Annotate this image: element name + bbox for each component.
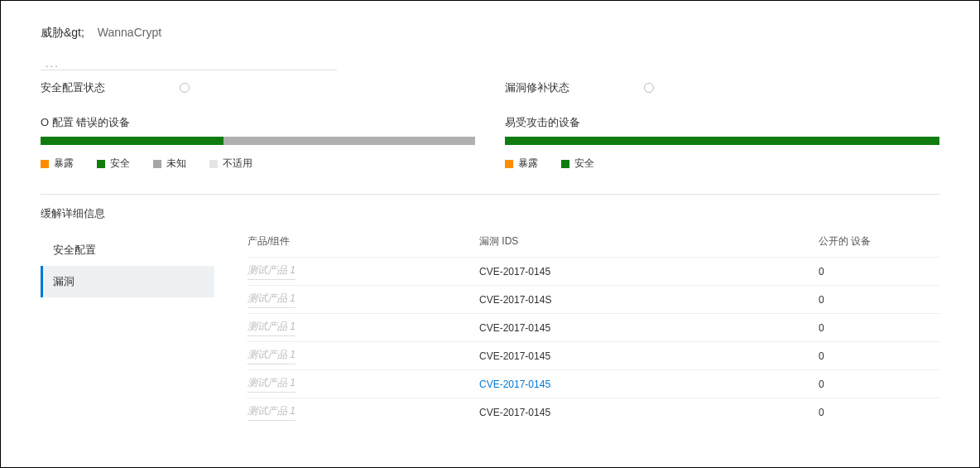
cell-devices: 0	[819, 266, 939, 277]
legend-exposed: 暴露	[505, 157, 538, 171]
secure-config-card: 安全配置状态 O 配置 错误的设备 暴露 安全 未知 不适用	[41, 75, 475, 171]
breadcrumb-value[interactable]: WannaCrypt	[98, 26, 161, 39]
swatch-green-icon	[97, 160, 105, 168]
table-row[interactable]: 测试产品 1CVE-2017-01450	[247, 257, 939, 285]
cell-devices: 0	[819, 294, 939, 306]
col-devices[interactable]: 公开的 设备	[819, 234, 939, 248]
table-row[interactable]: 测试产品 1CVE-2017-014S0	[247, 285, 939, 313]
cell-cve: CVE-2017-0145	[479, 407, 819, 418]
status-row: 安全配置状态 O 配置 错误的设备 暴露 安全 未知 不适用 漏洞修补状态 易受…	[41, 75, 939, 171]
bar-seg-green	[505, 137, 939, 145]
swatch-orange-icon	[505, 160, 513, 168]
secure-config-subheading: O 配置 错误的设备	[41, 115, 475, 130]
cell-product: 测试产品 1	[247, 376, 479, 393]
info-icon[interactable]	[644, 83, 654, 93]
table-row[interactable]: 测试产品 1CVE-2017-01450	[247, 341, 939, 369]
ellipsis-menu[interactable]: ...	[46, 57, 939, 70]
side-tabs: 安全配置 漏洞	[41, 229, 214, 426]
legend-unknown: 未知	[153, 157, 186, 171]
mitigation-body: 安全配置 漏洞 产品/组件 漏洞 IDS 公开的 设备 测试产品 1CVE-20…	[41, 229, 939, 426]
breadcrumb: 威胁&gt; WannaCrypt	[41, 26, 939, 41]
legend-na: 不适用	[209, 157, 252, 171]
tab-vulnerability[interactable]: 漏洞	[41, 266, 214, 297]
secure-config-title: 安全配置状态	[41, 80, 105, 95]
cell-product: 测试产品 1	[247, 320, 479, 336]
cell-product: 测试产品 1	[247, 263, 479, 280]
table-row[interactable]: 测试产品 1CVE-2017-01450	[247, 313, 939, 341]
tab-secure-config[interactable]: 安全配置	[41, 234, 214, 266]
cell-cve: CVE-2017-014S	[479, 294, 819, 306]
legend-safe: 安全	[97, 157, 130, 171]
vuln-table: 产品/组件 漏洞 IDS 公开的 设备 测试产品 1CVE-2017-01450…	[214, 229, 939, 426]
col-product[interactable]: 产品/组件	[247, 234, 479, 248]
bar-seg-gray	[223, 137, 476, 145]
cell-product: 测试产品 1	[247, 292, 479, 308]
section-divider	[41, 194, 939, 195]
mitigation-title: 缓解详细信息	[41, 206, 939, 221]
patch-status-title: 漏洞修补状态	[505, 80, 569, 95]
secure-config-legend: 暴露 安全 未知 不适用	[41, 157, 475, 171]
table-header: 产品/组件 漏洞 IDS 公开的 设备	[247, 229, 939, 257]
cell-devices: 0	[819, 322, 939, 334]
cell-cve[interactable]: CVE-2017-0145	[479, 379, 819, 390]
patch-status-bar	[505, 137, 939, 145]
patch-status-card: 漏洞修补状态 易受攻击的设备 暴露 安全	[505, 75, 939, 171]
table-body: 测试产品 1CVE-2017-01450测试产品 1CVE-2017-014S0…	[247, 257, 939, 426]
swatch-light-icon	[209, 160, 218, 168]
patch-status-subheading: 易受攻击的设备	[505, 115, 939, 130]
cell-devices: 0	[819, 407, 939, 418]
cell-product: 测试产品 1	[247, 348, 479, 364]
info-icon[interactable]	[180, 83, 190, 93]
swatch-green-icon	[561, 160, 569, 168]
divider	[41, 70, 337, 70]
legend-safe: 安全	[561, 157, 594, 171]
cell-product: 测试产品 1	[247, 404, 479, 421]
cell-devices: 0	[819, 350, 939, 362]
swatch-orange-icon	[41, 160, 49, 168]
secure-config-bar	[41, 137, 475, 145]
threat-analytics-window: 威胁&gt; WannaCrypt ... 安全配置状态 O 配置 错误的设备 …	[0, 0, 980, 468]
breadcrumb-label[interactable]: 威胁&gt;	[41, 26, 84, 39]
cell-cve: CVE-2017-0145	[479, 350, 819, 362]
bar-seg-green	[41, 137, 223, 145]
table-row[interactable]: 测试产品 1CVE-2017-01450	[247, 369, 939, 398]
cell-cve: CVE-2017-0145	[479, 322, 819, 334]
legend-exposed: 暴露	[41, 157, 74, 171]
col-cve[interactable]: 漏洞 IDS	[479, 234, 819, 248]
cell-cve: CVE-2017-0145	[479, 266, 819, 277]
patch-status-legend: 暴露 安全	[505, 157, 939, 171]
table-row[interactable]: 测试产品 1CVE-2017-01450	[247, 398, 939, 426]
swatch-gray-icon	[153, 160, 161, 168]
cell-devices: 0	[819, 379, 939, 390]
